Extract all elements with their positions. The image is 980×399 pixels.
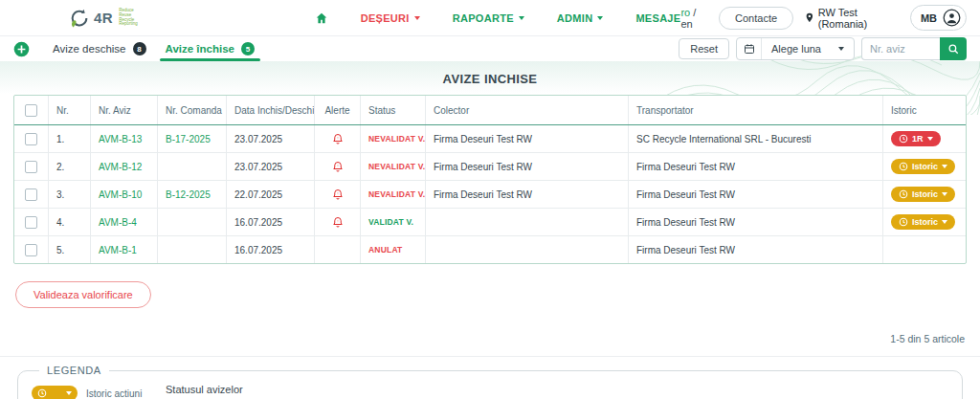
aviz-link[interactable]: AVM-B-12 (99, 162, 142, 172)
location-selector[interactable]: RW Test (Romania) (805, 7, 899, 30)
select-all-checkbox[interactable] (25, 104, 37, 117)
alert-bell-icon[interactable]: ! (332, 216, 344, 229)
contacts-button[interactable]: Contacte (719, 7, 793, 30)
transportator-cell: Firma Deseuri Test RW (629, 153, 883, 180)
colector-cell: Firma Deseuri Test RW (426, 125, 629, 152)
col-header-comanda: Nr. Comanda (158, 96, 227, 124)
row-number: 2. (49, 153, 91, 180)
status-badge: NEVALIDAT V. (368, 189, 425, 199)
month-select[interactable]: Alege luna (762, 43, 854, 55)
transportator-cell: Firma Deseuri Test RW (629, 236, 883, 263)
aviz-link[interactable]: AVM-B-4 (99, 217, 137, 228)
istoric-dropdown-button[interactable]: Istoric (891, 159, 955, 174)
row-checkbox[interactable] (25, 188, 37, 201)
tagline-line: Reporting (119, 22, 138, 27)
nav-item-rapoarte[interactable]: RAPOARTE (453, 12, 524, 24)
row-checkbox[interactable] (25, 161, 37, 173)
col-header-alerte: Alerte (315, 96, 361, 124)
add-aviz-button[interactable] (13, 41, 30, 57)
colector-cell (426, 236, 629, 263)
chevron-down-icon (597, 16, 603, 20)
colector-cell (426, 209, 629, 235)
tab-avize-inchise[interactable]: Avize închise 5 (156, 36, 264, 61)
row-checkbox[interactable] (25, 216, 37, 229)
lang-en[interactable]: en (680, 18, 692, 30)
tab-avize-deschise[interactable]: Avize deschise 8 (43, 36, 156, 61)
istoric-dropdown-button[interactable]: Istoric (891, 187, 955, 202)
legend-title: LEGENDA (39, 365, 109, 376)
aviz-link[interactable]: AVM-B-13 (99, 134, 142, 144)
chevron-down-icon (414, 16, 420, 20)
col-header-status: Status (361, 96, 426, 124)
col-header-colector: Colector (426, 96, 629, 124)
search-button[interactable] (940, 37, 967, 60)
comanda-cell (158, 236, 227, 263)
alert-bell-icon[interactable]: ! (332, 161, 344, 173)
clock-icon (899, 134, 908, 144)
tab-label: Avize deschise (53, 43, 126, 55)
comanda-link[interactable]: B-17-2025 (166, 134, 211, 144)
clock-icon (899, 189, 908, 199)
row-number: 4. (49, 209, 91, 235)
colector-cell: Firma Deseuri Test RW (426, 181, 629, 208)
col-header-istoric: Istoric (883, 96, 966, 124)
tab-count-badge: 5 (241, 42, 255, 55)
lang-ro[interactable]: ro (680, 7, 690, 18)
alert-bell-icon[interactable]: ! (332, 188, 344, 201)
svg-text:!: ! (337, 190, 338, 195)
istoric-dropdown-button[interactable]: 1R (891, 131, 941, 146)
nav-item-deseuri[interactable]: DEȘEURI (361, 12, 420, 24)
home-icon[interactable] (315, 11, 328, 25)
aviz-link[interactable]: AVM-B-10 (99, 189, 142, 200)
chevron-down-icon (927, 137, 933, 141)
main-nav: DEȘEURI RAPOARTE ADMIN MESAJE (315, 11, 681, 25)
status-badge: NEVALIDAT V. (368, 134, 425, 144)
istoric-dropdown-button[interactable]: Istoric (891, 214, 955, 230)
language-switch[interactable]: ro / en (680, 7, 707, 30)
search-icon (947, 43, 960, 55)
recycle-logo-icon (69, 8, 90, 29)
row-date: 23.07.2025 (227, 153, 315, 180)
search-input[interactable] (861, 37, 940, 60)
reset-button[interactable]: Reset (679, 38, 729, 59)
clock-icon (899, 217, 908, 227)
aviz-link[interactable]: AVM-B-1 (99, 245, 137, 255)
user-initials: MB (921, 12, 937, 24)
app-logo[interactable]: 4R Reduce Reuse Recycle Reporting (69, 8, 138, 29)
chevron-down-icon (519, 16, 524, 20)
user-menu[interactable]: MB (910, 5, 967, 31)
row-checkbox[interactable] (25, 244, 37, 256)
nav-label: DEȘEURI (361, 12, 410, 24)
nav-item-mesaje[interactable]: MESAJE (635, 12, 680, 24)
table-row: 3. AVM-B-10 B-12-2025 22.07.2025 ! NEVAL… (14, 180, 966, 208)
chevron-down-icon (942, 165, 947, 168)
col-header-transportator: Transportator (629, 96, 883, 124)
location-pin-icon (805, 11, 814, 24)
comanda-link[interactable]: B-12-2025 (166, 189, 211, 200)
alert-bell-icon[interactable]: ! (332, 133, 344, 145)
row-checkbox[interactable] (25, 133, 37, 145)
calendar-button[interactable] (737, 38, 762, 59)
legend-istoric-pill (32, 386, 78, 399)
app-header: 4R Reduce Reuse Recycle Reporting DEȘEUR… (0, 0, 980, 36)
filter-controls: Reset Alege luna (679, 37, 967, 60)
transportator-cell: Firma Deseuri Test RW (629, 209, 883, 235)
istoric-label: Istoric (912, 189, 938, 199)
transportator-cell: SC Recycle International SRL - Bucuresti (629, 125, 883, 152)
istoric-label: Istoric (912, 217, 938, 227)
divider (0, 356, 980, 357)
month-picker[interactable]: Alege luna (736, 37, 855, 60)
nav-item-admin[interactable]: ADMIN (557, 12, 604, 24)
lang-separator: / (690, 7, 696, 18)
row-date: 23.07.2025 (227, 125, 315, 152)
location-label: RW Test (Romania) (818, 7, 899, 30)
table-row: 5. AVM-B-1 16.07.2025 ANULAT Firma Deseu… (14, 235, 966, 263)
chevron-down-icon (942, 220, 947, 224)
brand-text: 4R (94, 10, 113, 26)
transportator-cell: Firma Deseuri Test RW (629, 181, 883, 208)
table-row: 2. AVM-B-12 23.07.2025 ! NEVALIDAT V. Fi… (14, 152, 966, 180)
tab-label: Avize închise (166, 43, 234, 55)
svg-text:!: ! (337, 163, 338, 167)
row-date: 16.07.2025 (227, 236, 315, 263)
validate-valorificare-button[interactable]: Valideaza valorificare (15, 281, 151, 308)
